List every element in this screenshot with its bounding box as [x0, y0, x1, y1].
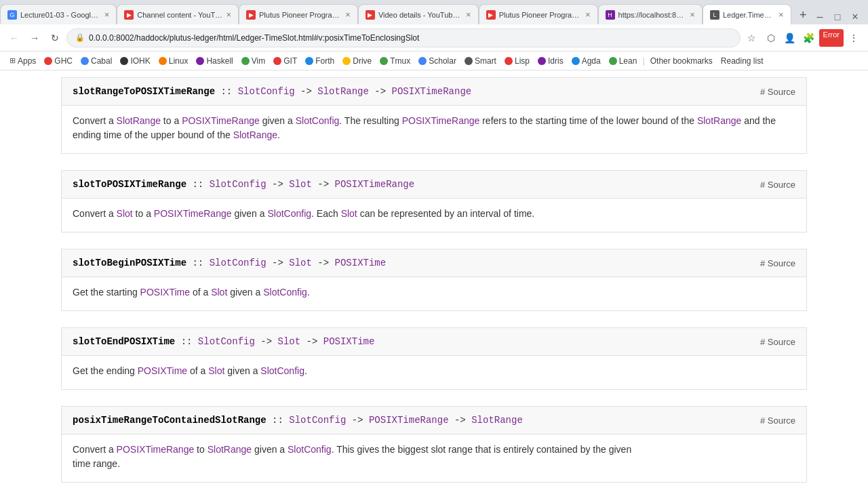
signature-code-5: posixTimeRangeToContainedSlotRange :: Sl…: [73, 415, 523, 426]
desc-link-slotrange-5a[interactable]: SlotRange: [208, 444, 252, 455]
tab-plutus1[interactable]: ▶ Plutus Pioneer Program... ×: [239, 4, 358, 24]
tab-localhost[interactable]: H https://localhost:8009 ×: [598, 4, 703, 24]
close-button[interactable]: ×: [848, 9, 863, 24]
tab-close-7[interactable]: ×: [778, 9, 784, 20]
source-link-3[interactable]: # Source: [760, 258, 795, 268]
back-button[interactable]: ←: [5, 29, 23, 47]
bookmark-reading-list[interactable]: Reading list: [717, 53, 768, 69]
desc-link-slot-3a[interactable]: Slot: [211, 287, 227, 298]
desc-link-posixtime-4a[interactable]: POSIXTime: [138, 365, 187, 376]
tab-lecture01[interactable]: G Lecture01-03 - Google ... ×: [0, 4, 117, 24]
desc-link-slot-4a[interactable]: Slot: [208, 365, 224, 376]
forward-button[interactable]: →: [26, 29, 43, 47]
desc-link-slotrange-1c[interactable]: SlotRange: [233, 129, 277, 140]
desc-link-posixtimerange-1a[interactable]: POSIXTimeRange: [182, 115, 260, 126]
bookmark-agda[interactable]: Agda: [568, 53, 605, 69]
bookmark-tmux[interactable]: Tmux: [376, 53, 414, 69]
type-link-slotconfig-4[interactable]: SlotConfig: [198, 336, 255, 347]
profile-icon[interactable]: 👤: [781, 29, 799, 47]
tab-close-1[interactable]: ×: [104, 9, 110, 20]
reload-button[interactable]: ↻: [46, 29, 64, 47]
bookmark-star-icon[interactable]: ☆: [743, 29, 761, 47]
section-slot-to-end-posix: slotToEndPOSIXTime :: SlotConfig -> Slot…: [61, 327, 807, 390]
desc-link-posixtimerange-2a[interactable]: POSIXTimeRange: [154, 208, 232, 219]
bookmark-scholar[interactable]: Scholar: [414, 53, 460, 69]
bookmark-lean[interactable]: Lean: [605, 53, 642, 69]
type-link-posixtimerange-5[interactable]: POSIXTimeRange: [369, 415, 449, 426]
source-link-2[interactable]: # Source: [760, 180, 795, 190]
apps-grid-icon: ⊞: [9, 56, 16, 65]
description-text-4: Get the ending POSIXTime of a Slot given…: [73, 364, 795, 378]
desc-link-slotconfig-2[interactable]: SlotConfig: [267, 208, 311, 219]
type-link-posixtimerange-2[interactable]: POSIXTimeRange: [335, 179, 415, 190]
type-link-posixtimerange-1[interactable]: POSIXTimeRange: [392, 86, 472, 97]
desc-link-slot-2b[interactable]: Slot: [341, 208, 357, 219]
tab-video[interactable]: ▶ Video details - YouTube ... ×: [358, 4, 479, 24]
bookmark-other[interactable]: Other bookmarks: [646, 53, 717, 69]
desc-link-slotconfig-3[interactable]: SlotConfig: [263, 287, 307, 298]
bookmark-idris[interactable]: Idris: [534, 53, 568, 69]
type-link-slot-3[interactable]: Slot: [289, 258, 312, 268]
desc-link-slotrange-1a[interactable]: SlotRange: [117, 115, 161, 126]
bookmark-apps[interactable]: ⊞ Apps: [5, 53, 40, 69]
desc-link-slotconfig-1[interactable]: SlotConfig: [296, 115, 340, 126]
tab-close-2[interactable]: ×: [226, 9, 231, 20]
tab-favicon-1: G: [7, 10, 17, 20]
main-content-area[interactable]: slotRangeToPOSIXTimeRange :: SlotConfig …: [0, 70, 868, 488]
minimize-button[interactable]: –: [812, 9, 827, 24]
tab-close-4[interactable]: ×: [466, 9, 471, 20]
type-link-slot-4[interactable]: Slot: [278, 336, 301, 347]
extension-icon[interactable]: 🧩: [800, 29, 818, 47]
bookmark-forth[interactable]: Forth: [301, 53, 338, 69]
tab-favicon-3: ▶: [246, 10, 256, 20]
error-badge[interactable]: Error: [819, 29, 844, 47]
source-link-5[interactable]: # Source: [760, 415, 795, 426]
signature-code-1: slotRangeToPOSIXTimeRange :: SlotConfig …: [73, 86, 471, 97]
bookmark-git[interactable]: GIT: [269, 53, 301, 69]
type-link-posixtime-3[interactable]: POSIXTime: [335, 258, 387, 268]
tab-close-6[interactable]: ×: [690, 9, 695, 20]
bookmark-favicon-scholar: [418, 57, 427, 65]
maximize-button[interactable]: □: [830, 9, 845, 24]
type-link-slotconfig-2[interactable]: SlotConfig: [210, 179, 267, 190]
desc-link-posixtime-3a[interactable]: POSIXTime: [140, 287, 190, 298]
bookmark-haskell[interactable]: Haskell: [192, 53, 237, 69]
bookmark-cabal[interactable]: Cabal: [77, 53, 116, 69]
tab-close-5[interactable]: ×: [585, 9, 591, 20]
type-link-slot-2[interactable]: Slot: [289, 179, 312, 190]
desc-link-slotconfig-5[interactable]: SlotConfig: [288, 444, 332, 455]
bookmark-drive[interactable]: Drive: [338, 53, 376, 69]
bookmark-ghc[interactable]: GHC: [40, 53, 77, 69]
bookmark-vim[interactable]: Vim: [237, 53, 269, 69]
desc-link-posixtimerange-1b[interactable]: POSIXTimeRange: [402, 115, 480, 126]
source-link-1[interactable]: # Source: [760, 87, 795, 97]
type-link-slotconfig-3[interactable]: SlotConfig: [210, 258, 267, 268]
type-link-slotconfig-1[interactable]: SlotConfig: [238, 86, 295, 97]
cast-icon[interactable]: ⬡: [762, 29, 780, 47]
tab-plutus2[interactable]: ▶ Plutus Pioneer Program... ×: [479, 4, 598, 24]
bookmark-smart[interactable]: Smart: [460, 53, 500, 69]
bookmark-iohk[interactable]: IOHK: [116, 53, 154, 69]
type-link-slotconfig-5[interactable]: SlotConfig: [289, 415, 346, 426]
bookmark-forth-label: Forth: [315, 56, 334, 66]
desc-link-slotconfig-4[interactable]: SlotConfig: [260, 365, 304, 376]
menu-dots-icon[interactable]: ⋮: [845, 29, 863, 47]
description-text-3: Get the starting POSIXTime of a Slot giv…: [73, 285, 795, 300]
tab-channel[interactable]: ▶ Channel content - YouTu... ×: [117, 4, 239, 24]
tab-close-3[interactable]: ×: [345, 9, 351, 20]
desc-link-slot-2a[interactable]: Slot: [117, 208, 133, 219]
source-link-4[interactable]: # Source: [760, 337, 795, 347]
nav-action-icons: ☆ ⬡ 👤 🧩 Error ⋮: [743, 29, 863, 47]
url-bar[interactable]: 🔒 0.0.0.0:8002/haddock/plutus-ledger/htm…: [66, 28, 741, 47]
bookmark-linux[interactable]: Linux: [155, 53, 193, 69]
new-tab-button[interactable]: +: [794, 5, 812, 24]
tab-ledger-timeslot[interactable]: L Ledger.TimeSlot ×: [703, 4, 791, 24]
bookmark-reading-list-label: Reading list: [721, 56, 764, 66]
type-link-posixtime-4[interactable]: POSIXTime: [323, 336, 375, 347]
desc-link-posixtimerange-5a[interactable]: POSIXTimeRange: [117, 444, 195, 455]
bm-separator: |: [642, 56, 644, 66]
bookmark-lisp[interactable]: Lisp: [500, 53, 534, 69]
type-link-slotrange-5[interactable]: SlotRange: [471, 415, 523, 426]
type-link-slotrange-1[interactable]: SlotRange: [317, 86, 369, 97]
desc-link-slotrange-1b[interactable]: SlotRange: [697, 115, 741, 126]
